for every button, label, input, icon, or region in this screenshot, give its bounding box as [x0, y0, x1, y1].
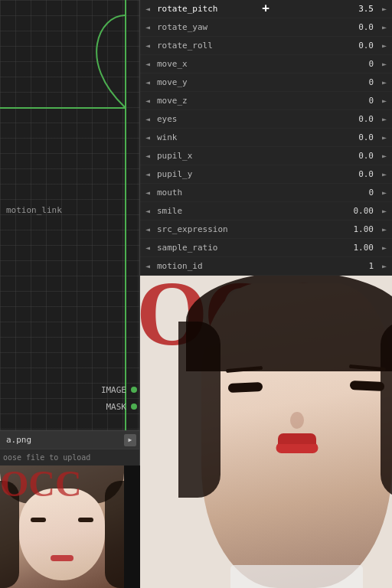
param-value-pupil_x: 0.0 [342, 151, 377, 161]
param-decrement-src_expression[interactable]: ◄ [140, 220, 155, 238]
param-row-pupil_y[interactable]: ◄ pupil_y 0.0 ► [140, 165, 392, 184]
param-name-eyes: eyes [155, 114, 342, 124]
large-hair-left [178, 322, 220, 498]
param-row-move_x[interactable]: ◄ move_x 0 ► [140, 55, 392, 74]
vogue-overlay-text: OCC [0, 466, 82, 502]
param-row-src_expression[interactable]: ◄ src_expression 1.00 ► [140, 220, 392, 239]
file-name: a.png [6, 435, 124, 445]
param-increment-pupil_y[interactable]: ► [377, 165, 392, 183]
right-panel: ◄ rotate_pitch 3.5 ► + ◄ rotate_yaw 0.0 … [140, 0, 392, 588]
param-increment-move_x[interactable]: ► [377, 55, 392, 73]
param-row-mouth[interactable]: ◄ mouth 0 ► [140, 184, 392, 202]
param-decrement-pupil_x[interactable]: ◄ [140, 147, 155, 165]
param-name-move_y: move_y [155, 77, 342, 87]
param-name-pupil_y: pupil_y [155, 169, 342, 179]
param-row-sample_ratio[interactable]: ◄ sample_ratio 1.00 ► [140, 239, 392, 257]
param-row-rotate_pitch[interactable]: ◄ rotate_pitch 3.5 ► + [140, 0, 392, 18]
file-row[interactable]: a.png [0, 430, 139, 449]
upload-row[interactable]: oose file to upload [0, 449, 139, 466]
left-panel: motion_link IMAGE MASK a.png oose file t… [0, 0, 140, 588]
node-editor-area: motion_link IMAGE MASK [0, 0, 139, 430]
param-value-eyes: 0.0 [342, 114, 377, 124]
hair-right [105, 481, 124, 588]
param-increment-rotate_yaw[interactable]: ► [377, 18, 392, 36]
param-decrement-move_x[interactable]: ◄ [140, 55, 155, 73]
image-label: IMAGE [101, 385, 126, 395]
param-increment-rotate_roll[interactable]: ► [377, 37, 392, 54]
shirt-hint [230, 565, 363, 588]
param-decrement-sample_ratio[interactable]: ◄ [140, 239, 155, 256]
lips [51, 555, 74, 561]
param-value-pupil_y: 0.0 [342, 169, 377, 179]
param-decrement-motion_id[interactable]: ◄ [140, 257, 155, 275]
main-image-display: OCC [140, 276, 392, 588]
param-value-sample_ratio: 1.00 [342, 243, 377, 253]
bezier-curve [0, 0, 125, 122]
param-decrement-move_y[interactable]: ◄ [140, 74, 155, 91]
node-title: motion_link [6, 205, 62, 215]
param-value-motion_id: 1 [342, 261, 377, 271]
upload-text: oose file to upload [3, 453, 90, 462]
left-panel-bottom: a.png oose file to upload [0, 430, 139, 588]
mask-connector-dot[interactable] [131, 403, 137, 410]
horizontal-line [0, 107, 125, 109]
param-increment-smile[interactable]: ► [377, 202, 392, 220]
param-increment-rotate_pitch[interactable]: ► [377, 0, 392, 18]
param-value-src_expression: 1.00 [342, 224, 377, 234]
large-right-eye [350, 381, 385, 391]
param-row-eyes[interactable]: ◄ eyes 0.0 ► [140, 110, 392, 129]
param-decrement-smile[interactable]: ◄ [140, 202, 155, 220]
param-name-rotate_roll: rotate_roll [155, 41, 342, 51]
param-row-rotate_yaw[interactable]: ◄ rotate_yaw 0.0 ► [140, 18, 392, 37]
param-value-move_x: 0 [342, 59, 377, 69]
param-increment-wink[interactable]: ► [377, 129, 392, 146]
param-name-sample_ratio: sample_ratio [155, 243, 342, 253]
param-row-smile[interactable]: ◄ smile 0.00 ► [140, 202, 392, 220]
param-row-wink[interactable]: ◄ wink 0.0 ► [140, 129, 392, 147]
param-decrement-eyes[interactable]: ◄ [140, 110, 155, 128]
param-decrement-wink[interactable]: ◄ [140, 129, 155, 146]
param-value-rotate_roll: 0.0 [342, 41, 377, 51]
large-lips-top [278, 433, 316, 444]
param-value-wink: 0.0 [342, 132, 377, 142]
left-eye [31, 518, 46, 522]
mask-label: MASK [106, 402, 127, 412]
param-name-motion_id: motion_id [155, 261, 342, 271]
param-increment-move_y[interactable]: ► [377, 74, 392, 91]
large-hair-right [381, 322, 392, 498]
param-increment-pupil_x[interactable]: ► [377, 147, 392, 165]
param-name-wink: wink [155, 132, 342, 142]
param-name-move_x: move_x [155, 59, 342, 69]
param-row-pupil_x[interactable]: ◄ pupil_x 0.0 ► [140, 147, 392, 165]
param-row-move_z[interactable]: ◄ move_z 0 ► [140, 92, 392, 110]
param-decrement-mouth[interactable]: ◄ [140, 184, 155, 201]
image-label-row: IMAGE [0, 381, 139, 398]
mask-label-row: MASK [0, 398, 139, 415]
param-increment-move_z[interactable]: ► [377, 92, 392, 109]
param-increment-eyes[interactable]: ► [377, 110, 392, 128]
param-decrement-rotate_roll[interactable]: ◄ [140, 37, 155, 54]
param-row-motion_id[interactable]: ◄ motion_id 1 ► [140, 257, 392, 276]
param-increment-src_expression[interactable]: ► [377, 220, 392, 238]
thumbnail-container: OCC [0, 466, 140, 588]
param-increment-motion_id[interactable]: ► [377, 257, 392, 275]
large-lips-bottom [276, 443, 318, 453]
param-name-rotate_yaw: rotate_yaw [155, 22, 342, 32]
play-button[interactable] [124, 434, 136, 446]
param-increment-mouth[interactable]: ► [377, 184, 392, 201]
param-name-pupil_x: pupil_x [155, 151, 342, 161]
image-connector-dot[interactable] [131, 387, 137, 393]
large-nose [290, 412, 304, 429]
param-decrement-move_z[interactable]: ◄ [140, 92, 155, 109]
thumbnail-image: OCC [0, 466, 124, 588]
param-name-smile: smile [155, 206, 342, 216]
param-row-rotate_roll[interactable]: ◄ rotate_roll 0.0 ► [140, 37, 392, 55]
param-row-move_y[interactable]: ◄ move_y 0 ► [140, 74, 392, 92]
param-decrement-pupil_y[interactable]: ◄ [140, 165, 155, 183]
param-increment-sample_ratio[interactable]: ► [377, 239, 392, 256]
param-decrement-rotate_yaw[interactable]: ◄ [140, 18, 155, 36]
param-value-move_y: 0 [342, 77, 377, 87]
param-decrement-rotate_pitch[interactable]: ◄ [140, 0, 155, 18]
large-left-eye [228, 382, 263, 393]
param-name-move_z: move_z [155, 96, 342, 106]
